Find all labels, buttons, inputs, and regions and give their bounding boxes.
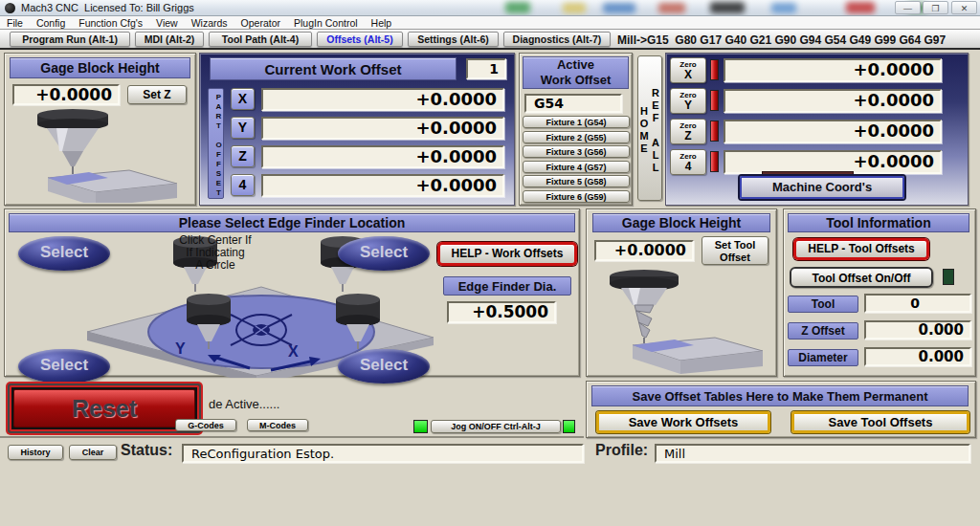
edge-finder-dia-dro[interactable]: +0.5000 [447, 301, 556, 323]
zero-z-axis: Z [671, 130, 705, 142]
edge-finder-title: Please Select Edge Finder Location [9, 213, 575, 232]
tab-mdi[interactable]: MDI (Alt-2) [135, 32, 204, 47]
select-edge-finder-top-right-button[interactable]: Select [338, 236, 430, 271]
jog-led-right [563, 420, 575, 433]
part-offset-y-dro[interactable]: +0.0000 [261, 117, 504, 140]
machine-coords-button[interactable]: Machine Coord's [740, 176, 904, 199]
fixture-3-button[interactable]: Fixture 3 (G56) [523, 145, 630, 158]
screen-tab-bar: Program Run (Alt-1) MDI (Alt-2) Tool Pat… [0, 30, 980, 50]
ref-all-home-button[interactable]: REF ALL HOME [637, 55, 662, 201]
m-codes-button[interactable]: M-Codes [247, 419, 308, 431]
tab-settings[interactable]: Settings (Alt-6) [408, 32, 499, 47]
menu-plugin-control[interactable]: PlugIn Control [287, 17, 365, 29]
zero-4-axis: 4 [671, 161, 705, 172]
gage-block-height-bottom-dro[interactable]: +0.0000 [594, 240, 694, 261]
x-home-led [710, 59, 719, 80]
tab-offsets[interactable]: Offsets (Alt-5) [317, 32, 403, 47]
g-codes-button[interactable]: G-Codes [175, 419, 236, 431]
menu-wizards[interactable]: Wizards [185, 17, 234, 29]
taskbar-blur-decoration [603, 3, 635, 13]
machine-coords-panel: Zero X +0.0000 Zero Y +0.0000 Zero Z +0.… [665, 53, 969, 206]
z-offset-label: Z Offset [788, 322, 858, 340]
menu-help[interactable]: Help [365, 17, 399, 29]
close-button-icon[interactable]: ✕ [951, 1, 977, 14]
select-edge-finder-bottom-right-button[interactable]: Select [338, 349, 430, 384]
edge-finder-panel: Please Select Edge Finder Location [4, 208, 580, 377]
fixture-5-button[interactable]: Fixture 5 (G58) [523, 175, 630, 187]
menu-file[interactable]: File [0, 17, 30, 29]
save-tool-offsets-button[interactable]: Save Tool Offsets [791, 411, 969, 433]
active-work-offset-dro[interactable]: G54 [524, 94, 622, 113]
tab-diagnostics[interactable]: Diagnostics (Alt-7) [503, 32, 611, 47]
jog-on-off-button[interactable]: Jog ON/OFF Ctrl-Alt-J [431, 420, 561, 433]
z-home-led [710, 121, 719, 142]
fixture-6-button[interactable]: Fixture 6 (G59) [523, 190, 630, 203]
select-edge-finder-top-left-button[interactable]: Select [18, 236, 110, 271]
z-offset-dro[interactable]: 0.000 [864, 320, 971, 340]
part-offset-4-dro[interactable]: +0.0000 [261, 174, 504, 197]
active-work-offset-title-line2: Work Offset [523, 73, 628, 88]
gage-block-height-dro[interactable]: +0.0000 [12, 84, 120, 105]
work-offset-number-dro[interactable]: 1 [466, 58, 506, 79]
machine-y-dro[interactable]: +0.0000 [724, 89, 942, 113]
set-z-button[interactable]: Set Z [127, 85, 187, 104]
part-offset-x-button[interactable]: X [231, 88, 255, 110]
maximize-button-icon[interactable]: ❐ [923, 1, 948, 14]
reset-button[interactable]: Reset [13, 389, 195, 427]
taskbar-blur-decoration [505, 2, 530, 13]
part-offset-4-button[interactable]: 4 [231, 174, 255, 196]
current-work-offset-panel: Current Work Offset 1 PART OFFSET X +0.0… [199, 53, 515, 206]
tab-program-run[interactable]: Program Run (Alt-1) [10, 32, 130, 47]
jog-led-left [413, 420, 428, 433]
tool-offset-on-off-button[interactable]: Tool Offset On/Off [790, 267, 933, 288]
zero-x-axis: X [671, 69, 705, 80]
tab-tool-path[interactable]: Tool Path (Alt-4) [209, 32, 312, 47]
select-edge-finder-bottom-left-button[interactable]: Select [18, 349, 110, 384]
edge-finder-note: Click Center If If Indicating A Circle [139, 234, 292, 272]
menu-view[interactable]: View [149, 17, 185, 29]
title-bar: Mach3 CNC Licensed To: Bill Griggs — ❐ ✕ [0, 0, 980, 16]
part-offset-z-button[interactable]: Z [231, 145, 255, 167]
zero-y-axis: Y [671, 99, 705, 111]
diameter-label: Diameter [788, 349, 858, 366]
help-tool-offsets-button[interactable]: HELP - Tool Offsets [793, 238, 929, 260]
part-offset-z-dro[interactable]: +0.0000 [261, 145, 504, 168]
history-button[interactable]: History [8, 445, 63, 460]
zero-z-button[interactable]: Zero Z [670, 119, 706, 144]
profile-value: Mill [655, 444, 970, 463]
edge-finder-dia-label: Edge Finder Dia. [443, 276, 571, 296]
save-offsets-title: Save Offset Tables Here to Make Them Per… [591, 385, 969, 406]
fixture-1-button[interactable]: Fixture 1 (G54) [523, 116, 630, 128]
gage-block-height-panel-top: Gage Block Height +0.0000 Set Z [4, 53, 196, 206]
axis-y-label: Y [175, 340, 186, 358]
minimize-button-icon[interactable]: — [895, 1, 921, 14]
status-value: ReConfiguration Estop. [182, 444, 584, 463]
taskbar-blur-decoration [563, 3, 586, 13]
machine-z-dro[interactable]: +0.0000 [724, 120, 942, 143]
fixture-4-button[interactable]: Fixture 4 (G57) [523, 161, 630, 173]
tool-number-dro[interactable]: 0 [864, 294, 971, 313]
menu-function-cfgs[interactable]: Function Cfg's [72, 17, 149, 29]
part-offset-x-dro[interactable]: +0.0000 [261, 88, 504, 111]
clear-button[interactable]: Clear [69, 445, 117, 460]
help-work-offsets-button[interactable]: HELP - Work Offsets [437, 242, 577, 266]
menu-bar: File Config Function Cfg's View Wizards … [0, 16, 980, 30]
fixture-2-button[interactable]: Fixture 2 (G55) [523, 131, 630, 143]
spindle-over-block-graphic [14, 109, 187, 203]
part-offset-y-button[interactable]: Y [231, 117, 255, 139]
tool-information-panel: Tool Information HELP - Tool Offsets Too… [783, 208, 976, 377]
menu-config[interactable]: Config [30, 17, 72, 29]
zero-4-button[interactable]: Zero 4 [670, 149, 706, 175]
set-tool-offset-button[interactable]: Set Tool Offset [702, 236, 768, 265]
machine-x-dro[interactable]: +0.0000 [724, 58, 942, 82]
zero-y-button[interactable]: Zero Y [670, 88, 706, 114]
taskbar-blur-decoration [710, 2, 745, 13]
code-active-text: de Active...... [209, 397, 279, 411]
status-label: Status: [121, 442, 172, 459]
taskbar-blur-decoration [846, 2, 875, 13]
zero-x-button[interactable]: Zero X [670, 57, 706, 83]
menu-operator[interactable]: Operator [234, 17, 287, 29]
diameter-dro[interactable]: 0.000 [864, 347, 971, 366]
save-work-offsets-button[interactable]: Save Work Offsets [596, 411, 770, 433]
active-work-offset-title-line1: Active [523, 57, 628, 73]
